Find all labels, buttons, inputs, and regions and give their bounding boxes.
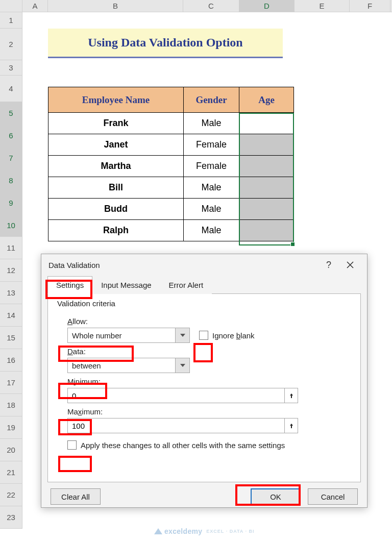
cell-age[interactable] xyxy=(239,113,294,134)
cell-age[interactable] xyxy=(239,199,294,220)
allow-value: Whole number xyxy=(68,331,175,340)
collapse-icon xyxy=(288,392,295,399)
row-header-21[interactable]: 21 xyxy=(0,461,22,484)
cell-age[interactable] xyxy=(239,156,294,177)
row-header-2[interactable]: 2 xyxy=(0,29,22,60)
header-age[interactable]: Age xyxy=(239,87,294,113)
apply-all-label: Apply these changes to all other cells w… xyxy=(81,441,285,450)
cell-gender[interactable]: Male xyxy=(184,177,239,199)
row-header-15[interactable]: 15 xyxy=(0,327,22,349)
row-header-6[interactable]: 6 xyxy=(0,125,22,147)
allow-combo[interactable]: Whole number xyxy=(67,328,190,343)
col-header-A[interactable]: A xyxy=(22,0,48,12)
data-validation-dialog: Data Validation ? Settings Input Message… xyxy=(41,254,368,508)
row-header-10[interactable]: 10 xyxy=(0,214,22,237)
table-row[interactable]: Bill Male xyxy=(48,177,294,199)
cell-gender[interactable]: Male xyxy=(184,199,239,220)
tab-error-alert[interactable]: Error Alert xyxy=(160,276,212,294)
dialog-titlebar[interactable]: Data Validation ? xyxy=(41,254,367,276)
maximum-input[interactable] xyxy=(68,422,284,430)
ignore-blank-label: Ignore blank xyxy=(212,331,255,340)
row-header-1[interactable]: 1 xyxy=(0,12,22,29)
row-header-14[interactable]: 14 xyxy=(0,304,22,327)
col-header-C[interactable]: C xyxy=(183,0,239,12)
row-header-22[interactable]: 22 xyxy=(0,484,22,506)
cell-gender[interactable]: Female xyxy=(184,156,239,177)
apply-all-checkbox[interactable] xyxy=(67,440,77,450)
row-header-9[interactable]: 9 xyxy=(0,192,22,214)
validation-criteria-label: Validation criteria xyxy=(57,299,118,308)
table-row[interactable]: Ralph Male xyxy=(48,220,294,241)
cell-gender[interactable]: Female xyxy=(184,134,239,156)
cell-name[interactable]: Martha xyxy=(48,156,184,177)
row-header-20[interactable]: 20 xyxy=(0,439,22,461)
row-header-8[interactable]: 8 xyxy=(0,169,22,192)
row-header-4[interactable]: 4 xyxy=(0,76,22,102)
table-row[interactable]: Budd Male xyxy=(48,199,294,220)
row-header-11[interactable]: 11 xyxy=(0,237,22,259)
cancel-label: Cancel xyxy=(321,492,345,501)
cell-age[interactable] xyxy=(239,134,294,156)
row-header-13[interactable]: 13 xyxy=(0,282,22,304)
svg-marker-3 xyxy=(180,364,185,367)
row-header-12[interactable]: 12 xyxy=(0,259,22,282)
col-header-F[interactable]: F xyxy=(350,0,390,12)
maximum-ref-button[interactable] xyxy=(284,418,298,433)
data-combo[interactable]: between xyxy=(67,358,190,373)
row-header-5[interactable]: 5 xyxy=(0,102,22,125)
minimum-label: Minimum: xyxy=(67,377,348,386)
data-value: between xyxy=(68,361,175,370)
cell-name[interactable]: Bill xyxy=(48,177,184,199)
header-name[interactable]: Employee Name xyxy=(48,87,184,113)
watermark: exceldemy EXCEL · DATA · BI xyxy=(154,527,255,535)
allow-label: Allow: xyxy=(67,317,348,326)
col-header-B[interactable]: B xyxy=(48,0,183,12)
cell-gender[interactable]: Male xyxy=(184,220,239,241)
settings-panel: Validation criteria Allow: Whole number … xyxy=(47,293,361,482)
cell-name[interactable]: Ralph xyxy=(48,220,184,241)
minimum-input[interactable] xyxy=(68,391,284,400)
chevron-down-icon xyxy=(180,334,185,337)
svg-marker-2 xyxy=(180,334,185,337)
allow-dropdown-button[interactable] xyxy=(175,328,189,342)
logo-icon xyxy=(154,528,162,534)
table-row[interactable]: Frank Male xyxy=(48,113,294,134)
cell-age[interactable] xyxy=(239,177,294,199)
tab-input-message[interactable]: Input Message xyxy=(92,276,160,294)
row-header-17[interactable]: 17 xyxy=(0,372,22,394)
table-row[interactable]: Janet Female xyxy=(48,134,294,156)
col-header-E[interactable]: E xyxy=(295,0,350,12)
cancel-button[interactable]: Cancel xyxy=(308,488,358,505)
dialog-buttons: Clear All OK Cancel xyxy=(41,482,367,511)
clear-all-button[interactable]: Clear All xyxy=(51,488,101,505)
employee-table: Employee Name Gender Age Frank Male Jane… xyxy=(48,87,294,241)
help-button[interactable]: ? xyxy=(318,257,339,273)
select-all-corner[interactable] xyxy=(0,0,22,12)
row-header-23[interactable]: 23 xyxy=(0,506,22,529)
data-dropdown-button[interactable] xyxy=(175,358,189,373)
page-title: Using Data Validation Option xyxy=(48,29,283,58)
tab-settings[interactable]: Settings xyxy=(47,276,92,294)
cell-name[interactable]: Janet xyxy=(48,134,184,156)
row-header-3[interactable]: 3 xyxy=(0,60,22,76)
minimum-ref-button[interactable] xyxy=(284,388,298,403)
row-header-18[interactable]: 18 xyxy=(0,394,22,416)
close-button[interactable] xyxy=(339,257,361,273)
cell-name[interactable]: Budd xyxy=(48,199,184,220)
chevron-down-icon xyxy=(180,364,185,367)
watermark-brand: exceldemy xyxy=(164,527,202,535)
cell-name[interactable]: Frank xyxy=(48,113,184,134)
table-row[interactable]: Martha Female xyxy=(48,156,294,177)
row-header-16[interactable]: 16 xyxy=(0,349,22,372)
cell-age[interactable] xyxy=(239,220,294,241)
col-header-D[interactable]: D xyxy=(239,0,295,12)
row-header-19[interactable]: 19 xyxy=(0,416,22,439)
cell-gender[interactable]: Male xyxy=(184,113,239,134)
svg-marker-4 xyxy=(154,528,162,534)
row-header-7[interactable]: 7 xyxy=(0,147,22,169)
ok-button[interactable]: OK xyxy=(251,488,301,505)
maximum-label: Maximum: xyxy=(67,407,348,416)
ignore-blank-checkbox[interactable] xyxy=(199,331,208,340)
header-gender[interactable]: Gender xyxy=(184,87,239,113)
ok-label: OK xyxy=(270,492,281,501)
